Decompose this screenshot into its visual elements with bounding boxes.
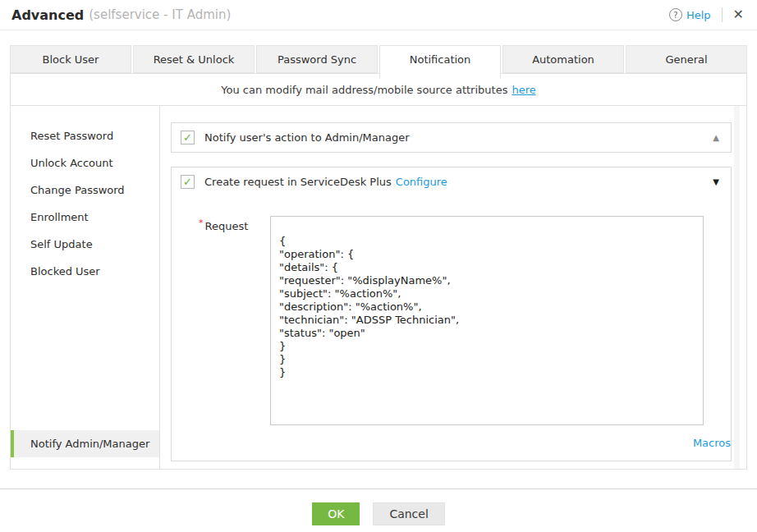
notify-action-checkbox[interactable]: ✓: [181, 131, 195, 144]
request-label: *Request: [199, 216, 270, 425]
collapse-arrow-icon[interactable]: ▲: [713, 133, 719, 142]
tab-reset-unlock[interactable]: Reset & Unlock: [133, 45, 255, 73]
sidebar-item-change-password[interactable]: Change Password: [11, 177, 159, 204]
dialog-footer: OK Cancel: [0, 488, 757, 525]
notify-action-label: Notify user's action to Admin/Manager: [204, 131, 410, 144]
tab-general[interactable]: General: [626, 45, 747, 73]
request-label-text: Request: [205, 220, 249, 232]
page-subtitle: (selfservice - IT Admin): [89, 7, 231, 22]
checkmark-icon: ✓: [183, 132, 192, 143]
help-link[interactable]: Help: [686, 9, 711, 21]
sidebar-item-blocked-user[interactable]: Blocked User: [11, 258, 159, 285]
header-actions: ? Help ✕: [669, 7, 744, 22]
help-icon[interactable]: ?: [669, 8, 682, 21]
configure-link[interactable]: Configure: [396, 176, 447, 188]
notice-bar: You can modify mail address/mobile sourc…: [11, 74, 746, 106]
sidebar-item-self-update[interactable]: Self Update: [11, 231, 159, 258]
sidebar: Reset Password Unlock Account Change Pas…: [11, 106, 160, 469]
tab-content-panel: You can modify mail address/mobile sourc…: [10, 73, 747, 470]
servicedesk-checkbox[interactable]: ✓: [181, 175, 195, 189]
sidebar-item-reset-password[interactable]: Reset Password: [11, 122, 159, 149]
request-field-row: *Request { "operation": { "details": { "…: [199, 216, 731, 425]
sidebar-item-enrollment[interactable]: Enrollment: [11, 204, 159, 231]
dialog-header: Advanced (selfservice - IT Admin) ? Help…: [0, 0, 757, 30]
servicedesk-section: ✓ Create request in ServiceDesk Plus Con…: [171, 167, 732, 461]
tab-bar: Block User Reset & Unlock Password Sync …: [10, 45, 747, 73]
notify-action-section: ✓ Notify user's action to Admin/Manager …: [171, 122, 732, 153]
cancel-button[interactable]: Cancel: [373, 502, 444, 525]
main-panel: ✓ Notify user's action to Admin/Manager …: [160, 106, 746, 469]
ok-button[interactable]: OK: [312, 502, 360, 525]
tab-automation[interactable]: Automation: [502, 45, 624, 73]
notification-body: Reset Password Unlock Account Change Pas…: [11, 106, 746, 469]
tab-password-sync[interactable]: Password Sync: [256, 45, 378, 73]
tab-notification[interactable]: Notification: [379, 45, 501, 79]
macros-link[interactable]: Macros: [693, 437, 731, 449]
expand-arrow-icon[interactable]: ▼: [713, 177, 719, 186]
macros-row: Macros: [199, 437, 731, 449]
request-json-textarea[interactable]: { "operation": { "details": { "requester…: [270, 216, 704, 425]
notice-text: You can modify mail address/mobile sourc…: [221, 84, 507, 96]
header-divider: [722, 7, 723, 22]
vertical-scrollbar[interactable]: [734, 106, 740, 469]
sidebar-item-unlock-account[interactable]: Unlock Account: [11, 149, 159, 177]
checkmark-icon: ✓: [183, 177, 192, 187]
servicedesk-label: Create request in ServiceDesk Plus: [204, 176, 392, 188]
page-title: Advanced: [11, 7, 84, 23]
notice-here-link[interactable]: here: [512, 84, 535, 96]
servicedesk-section-header: ✓ Create request in ServiceDesk Plus Con…: [172, 167, 731, 196]
tab-block-user[interactable]: Block User: [10, 45, 131, 73]
sidebar-item-notify-admin-manager[interactable]: Notify Admin/Manager: [11, 430, 159, 457]
required-asterisk: *: [199, 218, 204, 228]
close-icon[interactable]: ✕: [733, 8, 744, 21]
